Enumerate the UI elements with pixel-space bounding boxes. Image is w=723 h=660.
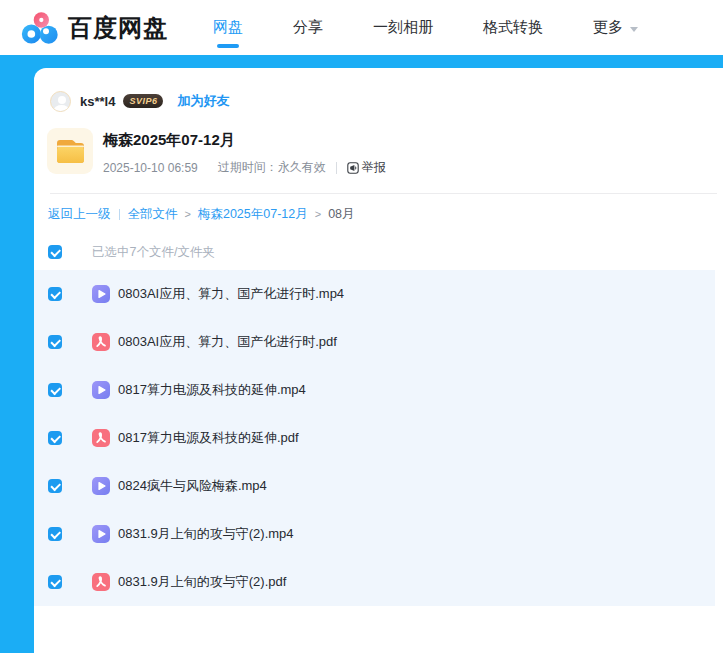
video-file-icon: [92, 381, 110, 399]
file-type-icon: [92, 381, 110, 399]
tab-netdisk[interactable]: 网盘: [213, 0, 243, 55]
file-checkbox[interactable]: [48, 527, 62, 541]
shared-folder-name: 梅森2025年07-12月: [103, 131, 386, 150]
file-name: 0803AI应用、算力、国产化进行时.mp4: [118, 285, 344, 303]
breadcrumb: 返回上一级 全部文件 > 梅森2025年07-12月 > 08月: [48, 206, 355, 222]
file-type-icon: [92, 525, 110, 543]
file-type-icon: [92, 429, 110, 447]
file-list: 0803AI应用、算力、国产化进行时.mp4 0803AI应用、算力、国产化进行…: [34, 270, 715, 606]
breadcrumb-item-current: 08月: [328, 206, 354, 223]
file-checkbox[interactable]: [48, 479, 62, 493]
pdf-file-icon: [92, 429, 110, 447]
add-friend-button[interactable]: 加为好友: [177, 92, 229, 110]
baidu-netdisk-logo-icon: [20, 9, 60, 47]
breadcrumb-pipe: [119, 209, 120, 220]
breadcrumb-caret: >: [315, 208, 321, 220]
pdf-file-icon: [92, 333, 110, 351]
meta-divider: [336, 162, 337, 174]
file-row[interactable]: 0824疯牛与风险梅森.mp4: [34, 462, 715, 510]
file-row[interactable]: 0803AI应用、算力、国产化进行时.mp4: [34, 270, 715, 318]
shared-folder-meta: 2025-10-10 06:59 过期时间：永久有效 举报: [103, 159, 386, 176]
shared-folder-header: 梅森2025年07-12月 2025-10-10 06:59 过期时间：永久有效…: [47, 128, 386, 176]
file-checkbox[interactable]: [48, 575, 62, 589]
tab-label: 网盘: [213, 18, 243, 37]
share-content-card: ks**l4 SVIP6 加为好友 梅森2025年07-12月 2025-10-…: [34, 68, 723, 660]
file-row[interactable]: 0803AI应用、算力、国产化进行时.pdf: [34, 318, 715, 366]
file-name: 0831.9月上旬的攻与守(2).mp4: [118, 525, 294, 543]
file-name: 0817算力电源及科技的延伸.mp4: [118, 381, 306, 399]
file-type-icon: [92, 477, 110, 495]
tab-label: 分享: [293, 18, 323, 37]
file-type-icon: [92, 285, 110, 303]
chevron-down-icon: [630, 27, 638, 32]
file-name: 0817算力电源及科技的延伸.pdf: [118, 429, 299, 447]
tab-share[interactable]: 分享: [293, 0, 323, 55]
file-row[interactable]: 0817算力电源及科技的延伸.mp4: [34, 366, 715, 414]
video-file-icon: [92, 525, 110, 543]
nav-tabs: 网盘 分享 一刻相册 格式转换 更多: [213, 0, 638, 55]
file-checkbox[interactable]: [48, 431, 62, 445]
tab-label: 格式转换: [483, 18, 543, 37]
video-file-icon: [92, 285, 110, 303]
selection-summary-row: 已选中7个文件/文件夹: [48, 243, 215, 261]
tab-more[interactable]: 更多: [593, 0, 638, 55]
avatar: [50, 91, 71, 112]
folder-icon: [47, 128, 93, 174]
report-megaphone-icon: [347, 162, 359, 174]
video-file-icon: [92, 477, 110, 495]
file-name: 0824疯牛与风险梅森.mp4: [118, 477, 267, 495]
tab-photo-album[interactable]: 一刻相册: [373, 0, 433, 55]
sharer-info-row: ks**l4 SVIP6 加为好友: [50, 90, 229, 112]
breadcrumb-caret: >: [185, 208, 191, 220]
breadcrumb-back-link[interactable]: 返回上一级: [48, 206, 111, 223]
brand-name: 百度网盘: [68, 12, 168, 44]
section-divider: [50, 193, 717, 194]
file-type-icon: [92, 573, 110, 591]
pdf-file-icon: [92, 573, 110, 591]
breadcrumb-item-folder[interactable]: 梅森2025年07-12月: [198, 206, 308, 223]
brand[interactable]: 百度网盘: [20, 9, 168, 47]
expire-info: 过期时间：永久有效: [218, 159, 326, 176]
tab-format-convert[interactable]: 格式转换: [483, 0, 543, 55]
file-checkbox[interactable]: [48, 383, 62, 397]
file-name: 0803AI应用、算力、国产化进行时.pdf: [118, 333, 337, 351]
selection-count-label: 已选中7个文件/文件夹: [92, 244, 215, 261]
file-row[interactable]: 0817算力电源及科技的延伸.pdf: [34, 414, 715, 462]
active-tab-underline: [217, 44, 239, 48]
tab-label: 一刻相册: [373, 18, 433, 37]
report-button[interactable]: 举报: [347, 159, 386, 176]
file-type-icon: [92, 333, 110, 351]
file-row[interactable]: 0831.9月上旬的攻与守(2).mp4: [34, 510, 715, 558]
svip-badge: SVIP6: [123, 94, 163, 108]
top-nav: 百度网盘 网盘 分享 一刻相册 格式转换 更多: [0, 0, 723, 55]
tab-label: 更多: [593, 18, 623, 37]
file-name: 0831.9月上旬的攻与守(2).pdf: [118, 573, 286, 591]
share-date: 2025-10-10 06:59: [103, 161, 198, 175]
file-checkbox[interactable]: [48, 335, 62, 349]
breadcrumb-item-all-files[interactable]: 全部文件: [128, 206, 178, 223]
sharer-username: ks**l4: [80, 94, 115, 109]
report-label: 举报: [362, 159, 386, 176]
select-all-checkbox[interactable]: [48, 245, 62, 259]
file-row[interactable]: 0831.9月上旬的攻与守(2).pdf: [34, 558, 715, 606]
file-checkbox[interactable]: [48, 287, 62, 301]
